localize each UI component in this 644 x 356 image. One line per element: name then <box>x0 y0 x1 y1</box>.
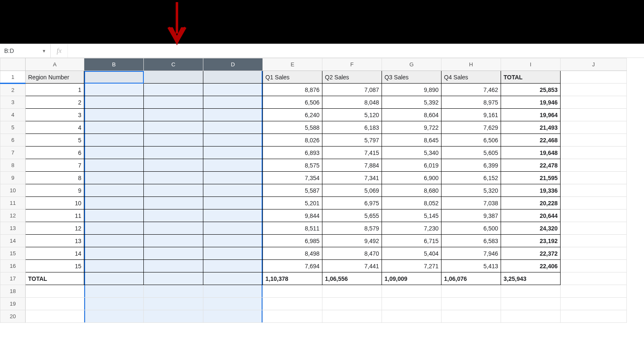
cell-J18[interactable] <box>561 285 627 298</box>
cell-I12[interactable]: 20,644 <box>501 209 561 222</box>
cell-C15[interactable] <box>144 247 203 260</box>
cell-B12[interactable] <box>84 209 144 222</box>
cell-F19[interactable] <box>322 298 382 310</box>
cell-F11[interactable]: 6,975 <box>322 197 382 209</box>
cell-B6[interactable] <box>84 134 144 147</box>
cell-C11[interactable] <box>144 197 203 209</box>
cell-I14[interactable]: 23,192 <box>501 235 561 247</box>
cell-H5[interactable]: 7,629 <box>441 121 501 134</box>
cell-F10[interactable]: 5,069 <box>322 184 382 197</box>
cell-D14[interactable] <box>203 235 263 247</box>
cell-G4[interactable]: 8,604 <box>382 109 441 121</box>
cell-J6[interactable] <box>561 134 627 147</box>
cell-H9[interactable]: 6,152 <box>441 172 501 184</box>
cell-E18[interactable] <box>263 285 322 298</box>
cell-A4[interactable]: 3 <box>26 109 84 121</box>
cell-G8[interactable]: 6,019 <box>382 159 441 172</box>
cell-B18[interactable] <box>84 285 144 298</box>
cell-A3[interactable]: 2 <box>26 96 84 109</box>
cell-F9[interactable]: 7,341 <box>322 172 382 184</box>
cell-D19[interactable] <box>203 298 263 310</box>
cell-I5[interactable]: 21,493 <box>501 121 561 134</box>
cell-J20[interactable] <box>561 310 627 323</box>
cell-G1[interactable]: Q3 Sales <box>382 71 441 84</box>
cell-D12[interactable] <box>203 209 263 222</box>
cell-E5[interactable]: 5,588 <box>263 121 322 134</box>
cell-G13[interactable]: 7,230 <box>382 222 441 235</box>
cell-F3[interactable]: 8,048 <box>322 96 382 109</box>
cell-I4[interactable]: 19,964 <box>501 109 561 121</box>
cell-H13[interactable]: 6,500 <box>441 222 501 235</box>
cell-H11[interactable]: 7,038 <box>441 197 501 209</box>
cell-F8[interactable]: 7,884 <box>322 159 382 172</box>
cell-J1[interactable] <box>561 71 627 84</box>
cell-D13[interactable] <box>203 222 263 235</box>
cell-F2[interactable]: 7,087 <box>322 84 382 96</box>
cell-E7[interactable]: 6,893 <box>263 147 322 159</box>
spreadsheet-grid[interactable]: ABCDEFGHIJ1Region NumberQ1 SalesQ2 Sales… <box>0 58 627 323</box>
cell-G7[interactable]: 5,340 <box>382 147 441 159</box>
cell-D5[interactable] <box>203 121 263 134</box>
cell-C17[interactable] <box>144 272 203 285</box>
row-header-17[interactable]: 17 <box>0 272 26 285</box>
cell-A11[interactable]: 10 <box>26 197 84 209</box>
cell-C1[interactable] <box>144 71 203 84</box>
cell-H7[interactable]: 5,605 <box>441 147 501 159</box>
cell-G14[interactable]: 6,715 <box>382 235 441 247</box>
formula-input[interactable] <box>68 44 644 58</box>
cell-J4[interactable] <box>561 109 627 121</box>
cell-B1[interactable] <box>84 71 144 84</box>
column-header-I[interactable]: I <box>501 58 561 71</box>
cell-I6[interactable]: 22,468 <box>501 134 561 147</box>
row-header-11[interactable]: 11 <box>0 197 26 209</box>
cell-H14[interactable]: 6,583 <box>441 235 501 247</box>
cell-G17[interactable]: 1,09,009 <box>382 272 441 285</box>
cell-H8[interactable]: 6,399 <box>441 159 501 172</box>
cell-E8[interactable]: 8,575 <box>263 159 322 172</box>
cell-E15[interactable]: 8,498 <box>263 247 322 260</box>
cell-B4[interactable] <box>84 109 144 121</box>
cell-B8[interactable] <box>84 159 144 172</box>
cell-A6[interactable]: 5 <box>26 134 84 147</box>
row-header-13[interactable]: 13 <box>0 222 26 235</box>
cell-B11[interactable] <box>84 197 144 209</box>
row-header-14[interactable]: 14 <box>0 235 26 247</box>
cell-E16[interactable]: 7,694 <box>263 260 322 272</box>
row-header-9[interactable]: 9 <box>0 172 26 184</box>
cell-B14[interactable] <box>84 235 144 247</box>
cell-E10[interactable]: 5,587 <box>263 184 322 197</box>
cell-G11[interactable]: 8,052 <box>382 197 441 209</box>
cell-A15[interactable]: 14 <box>26 247 84 260</box>
cell-H10[interactable]: 5,320 <box>441 184 501 197</box>
cell-I11[interactable]: 20,228 <box>501 197 561 209</box>
cell-A10[interactable]: 9 <box>26 184 84 197</box>
column-header-F[interactable]: F <box>322 58 382 71</box>
cell-I7[interactable]: 19,648 <box>501 147 561 159</box>
cell-H20[interactable] <box>441 310 501 323</box>
cell-I20[interactable] <box>501 310 561 323</box>
row-header-20[interactable]: 20 <box>0 310 26 323</box>
cell-I19[interactable] <box>501 298 561 310</box>
cell-H17[interactable]: 1,06,076 <box>441 272 501 285</box>
row-header-1[interactable]: 1 <box>0 71 26 84</box>
column-header-A[interactable]: A <box>26 58 84 71</box>
row-header-5[interactable]: 5 <box>0 121 26 134</box>
cell-F14[interactable]: 9,492 <box>322 235 382 247</box>
cell-J9[interactable] <box>561 172 627 184</box>
cell-E13[interactable]: 8,511 <box>263 222 322 235</box>
cell-B10[interactable] <box>84 184 144 197</box>
cell-G6[interactable]: 8,645 <box>382 134 441 147</box>
cell-H6[interactable]: 6,506 <box>441 134 501 147</box>
cell-A9[interactable]: 8 <box>26 172 84 184</box>
cell-H16[interactable]: 5,413 <box>441 260 501 272</box>
cell-J12[interactable] <box>561 209 627 222</box>
cell-J13[interactable] <box>561 222 627 235</box>
row-header-16[interactable]: 16 <box>0 260 26 272</box>
cell-J16[interactable] <box>561 260 627 272</box>
cell-A5[interactable]: 4 <box>26 121 84 134</box>
cell-B3[interactable] <box>84 96 144 109</box>
cell-J5[interactable] <box>561 121 627 134</box>
cell-F6[interactable]: 5,797 <box>322 134 382 147</box>
cell-C14[interactable] <box>144 235 203 247</box>
cell-E17[interactable]: 1,10,378 <box>263 272 322 285</box>
